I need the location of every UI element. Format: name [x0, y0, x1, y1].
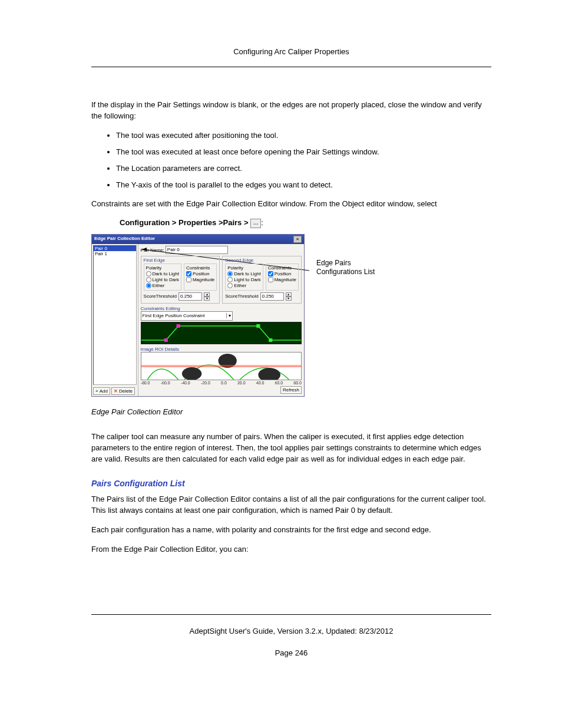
- spinner[interactable]: ▴▾: [204, 292, 210, 301]
- delete-button[interactable]: ✕Delete: [111, 387, 135, 395]
- pairs-list-item[interactable]: Pair 1: [94, 251, 136, 256]
- radio-dark-to-light[interactable]: [146, 271, 151, 276]
- list-item: The Y-axis of the tool is parallel to th…: [116, 180, 491, 190]
- delete-icon: ✕: [114, 388, 118, 394]
- constraints-label: Constraints: [186, 265, 214, 271]
- paragraph-caliper-desc: The caliper tool can measure any number …: [91, 431, 491, 465]
- footer-page: Page 246: [91, 648, 491, 657]
- ellipsis-button-icon: …: [250, 219, 261, 228]
- pairname-row: Pair Name:: [141, 246, 302, 254]
- add-button[interactable]: +Add: [93, 387, 110, 395]
- footer-rule: [91, 614, 491, 615]
- editor-titlebar: Edge Pair Collection Editor ×: [92, 235, 304, 244]
- figure: Edge Pair Collection Editor × Pair 0 Pai…: [91, 234, 491, 397]
- pairname-label: Pair Name:: [141, 247, 164, 252]
- second-edge-group: Second Edge Polarity Dark to Light Light…: [222, 256, 302, 304]
- editor-window: Edge Pair Collection Editor × Pair 0 Pai…: [91, 234, 305, 397]
- subheading-pairs-config: Pairs Configuration List: [91, 479, 491, 488]
- paragraph-intro: If the display in the Pair Settings wind…: [91, 100, 491, 122]
- breadcrumb-suffix: :: [261, 218, 263, 227]
- roi-image: [141, 352, 302, 380]
- checkbox-position[interactable]: [186, 271, 191, 276]
- pairs-list-item-selected[interactable]: Pair 0: [94, 246, 136, 251]
- axis-ticks: -80.0 -60.0 -40.0 -20.0 0.0 20.0 40.0 60…: [141, 381, 302, 385]
- constraint-graph: [141, 322, 302, 344]
- svg-rect-2: [164, 338, 167, 342]
- paragraph-pairs-list: The Pairs list of the Edge Pair Collecti…: [91, 494, 491, 516]
- score-threshold-input[interactable]: [260, 292, 284, 301]
- polarity-label: Polarity: [146, 265, 179, 271]
- radio-either[interactable]: [146, 283, 151, 288]
- spinner[interactable]: ▴▾: [286, 292, 292, 301]
- first-edge-title: First Edge: [144, 258, 217, 263]
- first-edge-polarity-group: Polarity Dark to Light Light to Dark Eit…: [144, 263, 181, 291]
- footer-guide: AdeptSight User's Guide, Version 3.2.x, …: [91, 627, 491, 635]
- pairs-list-panel: Pair 0 Pair 1 +Add ✕Delete: [92, 244, 138, 396]
- radio-either[interactable]: [227, 283, 233, 288]
- second-edge-polarity-group: Polarity Dark to Light Light to Dark Eit…: [225, 263, 263, 291]
- plus-icon: +: [95, 388, 98, 394]
- checkbox-magnitude[interactable]: [268, 277, 273, 282]
- constraints-label: Constraints: [268, 265, 296, 271]
- pairname-input[interactable]: [166, 246, 228, 254]
- list-item: The Location parameters are correct.: [116, 163, 491, 174]
- svg-point-7: [181, 367, 201, 380]
- verify-list: The tool was executed after positioning …: [91, 130, 491, 191]
- refresh-button[interactable]: Refresh: [280, 386, 302, 394]
- figure-caption: Edge Pair Collection Editor: [91, 407, 491, 416]
- radio-light-to-dark[interactable]: [146, 277, 151, 282]
- chevron-down-icon: ▾: [226, 313, 231, 318]
- checkbox-position[interactable]: [268, 271, 273, 276]
- roi-details-label: Image ROI Details: [141, 347, 302, 352]
- breadcrumb-text: Configuration > Properties >Pairs >: [120, 218, 250, 227]
- pairs-list[interactable]: Pair 0 Pair 1: [93, 245, 137, 385]
- checkbox-magnitude[interactable]: [186, 277, 191, 282]
- score-threshold-label: ScoreThreshold: [225, 294, 258, 299]
- polarity-label: Polarity: [227, 265, 260, 271]
- first-edge-group: First Edge Polarity Dark to Light Light …: [141, 256, 220, 304]
- radio-dark-to-light[interactable]: [227, 271, 233, 276]
- list-item: The tool was executed after positioning …: [116, 130, 491, 141]
- first-edge-constraints-group: Constraints Position Magnitude: [184, 263, 217, 291]
- list-item: The tool was executed at least once befo…: [116, 147, 491, 157]
- page-header-title: Configuring Arc Caliper Properties: [91, 47, 491, 56]
- score-threshold-input[interactable]: [178, 292, 202, 301]
- constraints-editing-label: Constraints Editing: [141, 306, 302, 311]
- radio-light-to-dark[interactable]: [227, 277, 233, 282]
- svg-rect-4: [256, 324, 260, 328]
- constraints-editing-select[interactable]: First Edge Position Constraint ▾: [141, 311, 233, 321]
- paragraph-constraints: Constraints are set with the Edge Pair C…: [91, 199, 491, 210]
- callout-label: Edge Pairs Configurations List: [316, 259, 381, 277]
- score-threshold-label: ScoreThreshold: [144, 294, 177, 299]
- paragraph-from-editor: From the Edge Pair Collection Editor, yo…: [91, 544, 491, 555]
- editor-main: Pair Name: First Edge Polarity Dark: [138, 244, 304, 396]
- second-edge-title: Second Edge: [225, 258, 299, 263]
- header-rule: [91, 67, 491, 67]
- second-edge-constraints-group: Constraints Position Magnitude: [266, 263, 299, 291]
- close-icon[interactable]: ×: [293, 236, 302, 243]
- svg-rect-3: [176, 324, 180, 328]
- paragraph-pair-config: Each pair configuration has a name, with…: [91, 525, 491, 536]
- select-value: First Edge Position Constraint: [143, 313, 205, 318]
- svg-rect-5: [269, 338, 272, 342]
- breadcrumb-path: Configuration > Properties >Pairs > …:: [120, 218, 491, 228]
- editor-title: Edge Pair Collection Editor: [94, 236, 155, 243]
